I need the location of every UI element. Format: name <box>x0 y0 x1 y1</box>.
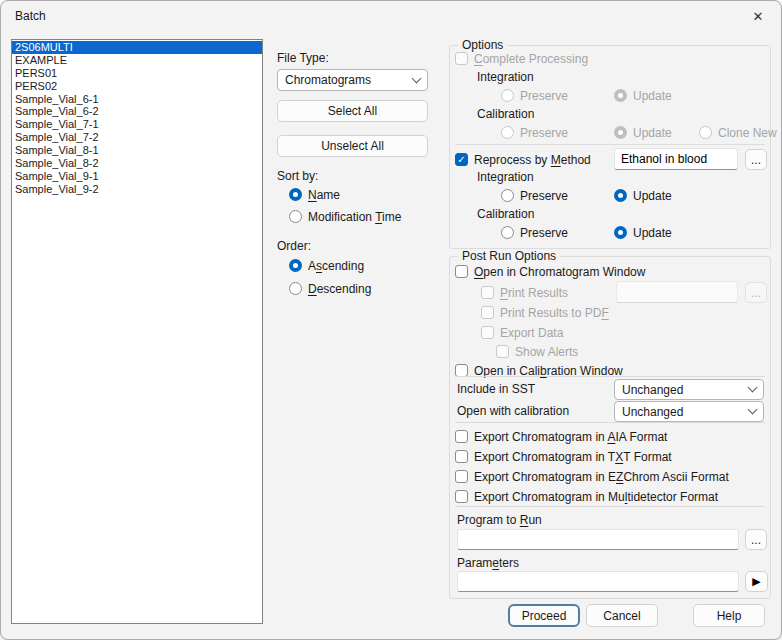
list-item[interactable]: Sample_Vial_7-2 <box>12 131 262 144</box>
preserve-label: Preserve <box>520 89 568 103</box>
complete-processing-checkbox: Complete Processing <box>455 51 588 66</box>
program-browse-button[interactable]: ... <box>745 529 767 550</box>
cp-calibration-clone-radio: Clone New <box>699 125 777 140</box>
list-item[interactable]: Sample_Vial_6-2 <box>12 105 262 118</box>
file-type-label: File Type: <box>277 51 329 65</box>
reprocess-by-method-checkbox[interactable]: ✓ Reprocess by Method <box>455 152 591 167</box>
integration-label: Integration <box>477 70 534 84</box>
reprocess-by-method-label: Reprocess by Method <box>474 153 591 167</box>
radio-selected-icon <box>614 226 627 239</box>
export-ezchrom-label: Export Chromatogram in EZChrom Ascii For… <box>474 470 729 484</box>
rp-calibration-update-radio[interactable]: Update <box>614 225 672 240</box>
program-to-run-field[interactable] <box>457 529 739 550</box>
checkbox-icon <box>455 430 468 443</box>
batch-dialog: Batch ✕ 2S06MULTIEXAMPLEPERS01PERS02Samp… <box>0 0 782 640</box>
export-multidetector-checkbox[interactable]: Export Chromatogram in Multidetector For… <box>455 489 718 504</box>
rp-integration-preserve-radio[interactable]: Preserve <box>501 188 568 203</box>
update-label: Update <box>633 189 672 203</box>
cp-calibration-update-radio: Update <box>614 125 672 140</box>
print-style-browse-button: ... <box>745 282 767 303</box>
sort-name-radio[interactable]: Name <box>289 187 340 202</box>
print-style-field <box>616 281 738 303</box>
update-label: Update <box>633 126 672 140</box>
include-sst-value: Unchanged <box>622 383 683 397</box>
checkbox-icon <box>481 306 494 319</box>
list-item[interactable]: PERS01 <box>12 67 262 80</box>
integration-label: Integration <box>477 170 534 184</box>
parameters-field[interactable] <box>457 571 739 592</box>
checkbox-icon <box>455 450 468 463</box>
rp-integration-update-radio[interactable]: Update <box>614 188 672 203</box>
calibration-label: Calibration <box>477 107 534 121</box>
open-chromatogram-checkbox[interactable]: Open in Chromatogram Window <box>455 264 645 279</box>
calibration-label: Calibration <box>477 207 534 221</box>
radio-icon <box>501 189 514 202</box>
cancel-button[interactable]: Cancel <box>586 604 658 627</box>
sort-mtime-radio[interactable]: Modification Time <box>289 209 401 224</box>
export-txt-label: Export Chromatogram in TXT Format <box>474 450 672 464</box>
sort-name-label: Name <box>308 188 340 202</box>
list-item[interactable]: 2S06MULTI <box>12 41 262 54</box>
window-title: Batch <box>15 9 46 23</box>
include-sst-dropdown[interactable]: Unchanged <box>614 379 764 400</box>
options-group-label: Options <box>458 38 507 52</box>
chevron-down-icon <box>748 405 758 415</box>
cp-integration-preserve-radio: Preserve <box>501 88 568 103</box>
export-txt-checkbox[interactable]: Export Chromatogram in TXT Format <box>455 449 672 464</box>
export-data-label: Export Data <box>500 326 563 340</box>
list-item[interactable]: Sample_Vial_8-1 <box>12 144 262 157</box>
checkbox-icon <box>455 265 468 278</box>
open-with-calibration-dropdown[interactable]: Unchanged <box>614 401 764 422</box>
divider <box>455 422 765 423</box>
method-field[interactable] <box>614 148 738 170</box>
help-button[interactable]: Help <box>693 604 765 627</box>
sort-mtime-label: Modification Time <box>308 210 401 224</box>
chevron-down-icon <box>412 73 422 83</box>
open-chromatogram-label: Open in Chromatogram Window <box>474 265 645 279</box>
update-label: Update <box>633 89 672 103</box>
proceed-button[interactable]: Proceed <box>508 604 580 627</box>
parameters-label: Parameters <box>457 556 519 570</box>
order-descending-radio[interactable]: Descending <box>289 281 371 296</box>
print-results-checkbox: Print Results <box>481 285 568 300</box>
include-sst-label: Include in SST <box>457 382 535 396</box>
order-label: Order: <box>277 239 311 253</box>
cp-calibration-preserve-radio: Preserve <box>501 125 568 140</box>
chevron-down-icon <box>748 383 758 393</box>
radio-icon <box>501 126 514 139</box>
open-with-calibration-value: Unchanged <box>622 405 683 419</box>
method-browse-button[interactable]: ... <box>745 149 767 170</box>
export-aia-label: Export Chromatogram in AIA Format <box>474 430 667 444</box>
list-item[interactable]: Sample_Vial_7-1 <box>12 118 262 131</box>
parameters-menu-button[interactable]: ▶ <box>745 571 768 592</box>
radio-selected-icon <box>614 89 627 102</box>
export-ezchrom-checkbox[interactable]: Export Chromatogram in EZChrom Ascii For… <box>455 469 729 484</box>
list-item[interactable]: PERS02 <box>12 80 262 93</box>
show-alerts-checkbox: Show Alerts <box>496 344 578 359</box>
radio-selected-icon <box>289 259 302 272</box>
list-item[interactable]: Sample_Vial_9-1 <box>12 170 262 183</box>
radio-selected-icon <box>289 188 302 201</box>
list-item[interactable]: EXAMPLE <box>12 54 262 67</box>
file-type-dropdown[interactable]: Chromatograms <box>277 69 428 91</box>
preserve-label: Preserve <box>520 226 568 240</box>
close-icon[interactable]: ✕ <box>735 1 781 31</box>
show-alerts-label: Show Alerts <box>515 345 578 359</box>
export-aia-checkbox[interactable]: Export Chromatogram in AIA Format <box>455 429 667 444</box>
list-item[interactable]: Sample_Vial_9-2 <box>12 183 262 196</box>
list-item[interactable]: Sample_Vial_8-2 <box>12 157 262 170</box>
order-ascending-radio[interactable]: Ascending <box>289 258 364 273</box>
radio-icon <box>501 89 514 102</box>
file-list[interactable]: 2S06MULTIEXAMPLEPERS01PERS02Sample_Vial_… <box>11 39 263 624</box>
unselect-all-button[interactable]: Unselect All <box>277 135 428 157</box>
cp-integration-update-radio: Update <box>614 88 672 103</box>
list-item[interactable]: Sample_Vial_6-1 <box>12 93 262 106</box>
file-type-value: Chromatograms <box>285 73 371 87</box>
titlebar: Batch ✕ <box>1 1 781 31</box>
select-all-button[interactable]: Select All <box>277 100 428 122</box>
checkbox-icon <box>481 286 494 299</box>
order-ascending-label: Ascending <box>308 259 364 273</box>
preserve-label: Preserve <box>520 126 568 140</box>
rp-calibration-preserve-radio[interactable]: Preserve <box>501 225 568 240</box>
checkbox-icon <box>455 470 468 483</box>
